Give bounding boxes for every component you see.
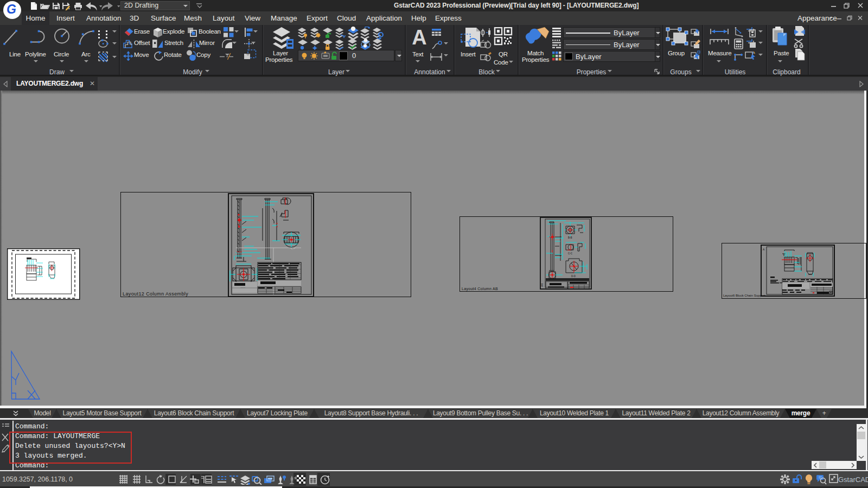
svg-text:Layout4 Column AB: Layout4 Column AB bbox=[462, 287, 498, 291]
svg-text:A4: A4 bbox=[540, 284, 544, 287]
svg-text:A: A bbox=[763, 248, 765, 251]
svg-text:Layout6 Block Chain Support: Layout6 Block Chain Support bbox=[723, 294, 765, 297]
svg-text:C-C: C-C bbox=[568, 252, 573, 255]
svg-text:B-B: B-B bbox=[568, 236, 572, 239]
svg-text:Layout12 Column Assembly: Layout12 Column Assembly bbox=[123, 291, 188, 297]
svg-text:A: A bbox=[412, 27, 426, 49]
svg-text:D-D: D-D bbox=[571, 275, 576, 278]
